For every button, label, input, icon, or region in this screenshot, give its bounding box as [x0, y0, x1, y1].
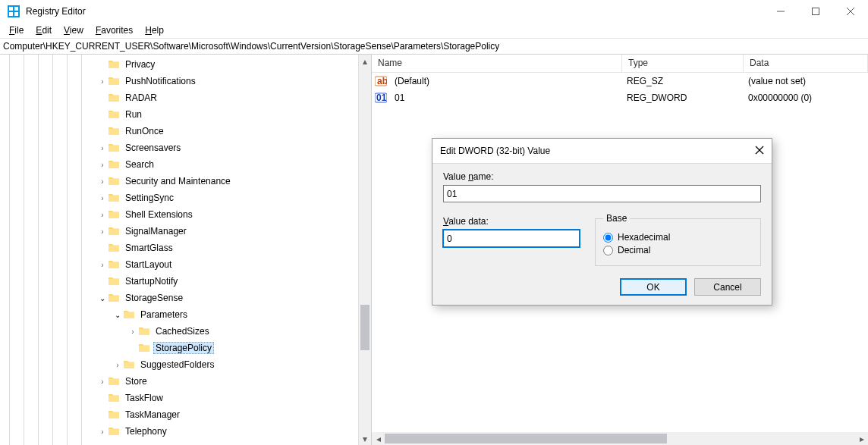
- hscroll-left-icon[interactable]: ◂: [372, 434, 385, 444]
- chevron-right-icon[interactable]: ›: [97, 177, 108, 186]
- tree-item[interactable]: ›StartLayout: [97, 256, 358, 273]
- tree-item[interactable]: RADAR: [97, 89, 358, 106]
- column-type[interactable]: Type: [622, 55, 744, 72]
- tree-item[interactable]: ›Security and Maintenance: [97, 173, 358, 190]
- ok-button[interactable]: OK: [620, 278, 687, 296]
- value-data-input[interactable]: [443, 230, 580, 247]
- folder-icon: [108, 242, 120, 254]
- chevron-right-icon[interactable]: ›: [127, 327, 138, 336]
- tree-item[interactable]: ›Screensavers: [97, 139, 358, 156]
- column-data[interactable]: Data: [744, 55, 868, 72]
- list-row[interactable]: (Default)REG_SZ(value not set): [372, 73, 868, 89]
- scroll-down-icon[interactable]: ▾: [359, 432, 371, 445]
- tree-item-label: StartupNotify: [123, 275, 180, 287]
- tree-item[interactable]: RunOnce: [97, 123, 358, 139]
- scroll-thumb[interactable]: [360, 305, 370, 350]
- chevron-right-icon[interactable]: ›: [97, 428, 108, 436]
- folder-icon: [108, 425, 120, 437]
- radio-hexadecimal[interactable]: Hexadecimal: [603, 232, 753, 243]
- hscroll-right-icon[interactable]: ▸: [855, 434, 868, 444]
- dialog-close-button[interactable]: [741, 146, 764, 157]
- tree-item[interactable]: ›SignalManager: [97, 223, 358, 240]
- radio-hex-input[interactable]: [603, 233, 613, 243]
- menu-file[interactable]: File: [3, 24, 30, 36]
- tree-item[interactable]: ⌄Parameters: [97, 306, 358, 323]
- tree-item[interactable]: ›Search: [97, 156, 358, 173]
- scroll-up-icon[interactable]: ▴: [359, 55, 371, 67]
- tree-item[interactable]: ›Shell Extensions: [97, 206, 358, 223]
- tree-item-label: Shell Extensions: [123, 208, 195, 221]
- chevron-right-icon[interactable]: ›: [97, 194, 108, 202]
- folder-icon: [108, 292, 120, 304]
- svg-rect-10: [813, 8, 819, 15]
- dialog-title: Edit DWORD (32-bit) Value: [440, 146, 741, 156]
- tree-item[interactable]: ›PushNotifications: [97, 73, 358, 89]
- tree-item[interactable]: ›CachedSizes: [97, 323, 358, 340]
- minimize-button[interactable]: [763, 0, 798, 23]
- chevron-down-icon[interactable]: ⌄: [97, 294, 108, 302]
- folder-icon: [108, 259, 120, 271]
- cell-type: REG_SZ: [621, 76, 742, 86]
- tree-item-label: StartLayout: [123, 259, 174, 271]
- folder-icon: [108, 75, 120, 87]
- tree-item[interactable]: ⌄StorageSense: [97, 290, 358, 306]
- maximize-button[interactable]: [798, 0, 833, 23]
- tree-item[interactable]: TaskManager: [97, 406, 358, 423]
- tree-item[interactable]: StartupNotify: [97, 273, 358, 290]
- chevron-right-icon[interactable]: ›: [112, 361, 123, 369]
- menu-edit[interactable]: Edit: [30, 24, 58, 36]
- cancel-button[interactable]: Cancel: [694, 278, 761, 296]
- tree-item-label: Run: [123, 108, 144, 121]
- tree-item[interactable]: TaskFlow: [97, 390, 358, 406]
- folder-icon: [108, 208, 120, 221]
- tree-item[interactable]: SmartGlass: [97, 240, 358, 256]
- app-icon: [8, 5, 20, 17]
- cell-data: (value not set): [742, 76, 868, 86]
- tree-item-label: TaskFlow: [123, 392, 165, 404]
- column-name[interactable]: Name: [372, 55, 622, 72]
- chevron-down-icon[interactable]: ⌄: [112, 311, 123, 319]
- chevron-right-icon[interactable]: ›: [97, 261, 108, 269]
- tree-item[interactable]: ›Store: [97, 373, 358, 390]
- tree-item[interactable]: ›Telephony: [97, 423, 358, 440]
- chevron-right-icon[interactable]: ›: [97, 77, 108, 86]
- hscroll-thumb[interactable]: [385, 434, 667, 443]
- tree-item[interactable]: ›SuggestedFolders: [97, 356, 358, 373]
- folder-icon: [108, 108, 120, 121]
- tree-item[interactable]: Privacy: [97, 56, 358, 73]
- folder-icon: [108, 92, 120, 104]
- window-title: Registry Editor: [26, 6, 763, 17]
- chevron-right-icon[interactable]: ›: [97, 144, 108, 152]
- chevron-right-icon[interactable]: ›: [97, 227, 108, 236]
- tree-item-label: Screensavers: [123, 142, 183, 154]
- chevron-right-icon[interactable]: ›: [97, 378, 108, 386]
- chevron-right-icon[interactable]: ›: [97, 161, 108, 169]
- menu-help[interactable]: Help: [139, 24, 170, 36]
- tree-item-label: SignalManager: [123, 225, 189, 237]
- folder-icon: [138, 325, 150, 337]
- address-path[interactable]: Computer\HKEY_CURRENT_USER\Software\Micr…: [3, 41, 499, 52]
- radio-decimal[interactable]: Decimal: [603, 245, 753, 255]
- close-button[interactable]: [833, 0, 868, 23]
- tree-item[interactable]: ›SettingSync: [97, 190, 358, 206]
- list-row[interactable]: 01REG_DWORD0x00000000 (0): [372, 89, 868, 106]
- tree-item[interactable]: StoragePolicy: [97, 340, 358, 356]
- list-hscrollbar[interactable]: ◂ ▸: [372, 432, 868, 445]
- folder-icon: [108, 175, 120, 187]
- tree-view[interactable]: Privacy›PushNotificationsRADARRunRunOnce…: [0, 55, 358, 445]
- tree-item-label: TaskManager: [123, 409, 182, 421]
- tree-scrollbar[interactable]: ▴ ▾: [358, 55, 371, 445]
- chevron-right-icon[interactable]: ›: [97, 211, 108, 219]
- radio-dec-input[interactable]: [603, 246, 613, 255]
- dialog-titlebar[interactable]: Edit DWORD (32-bit) Value: [432, 139, 772, 163]
- tree-item[interactable]: Run: [97, 106, 358, 123]
- tree-item-label: SettingSync: [123, 192, 176, 204]
- tree-item-label: Store: [123, 375, 149, 387]
- tree-item-label: Telephony: [123, 425, 169, 437]
- menu-view[interactable]: View: [58, 24, 90, 36]
- tree-item-label: Parameters: [138, 309, 190, 321]
- tree-item-label: PushNotifications: [123, 75, 198, 87]
- address-bar[interactable]: Computer\HKEY_CURRENT_USER\Software\Micr…: [0, 38, 868, 55]
- menu-favorites[interactable]: Favorites: [90, 24, 139, 36]
- value-name-input[interactable]: [443, 185, 761, 202]
